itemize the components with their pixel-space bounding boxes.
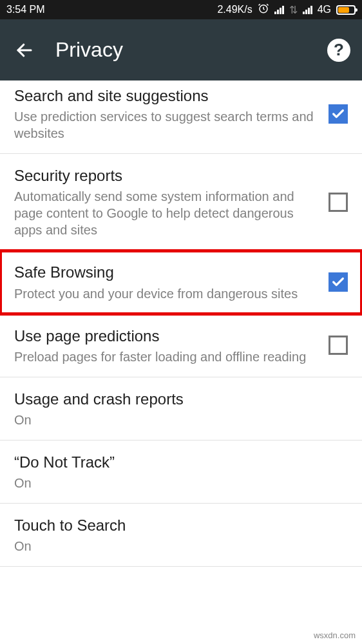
item-text: Safe BrowsingProtect you and your device… [14,262,329,301]
data-arrows-icon: ⇅ [289,4,298,16]
settings-list: Search and site suggestionsUse predictio… [0,80,362,567]
item-title: Search and site suggestions [14,86,316,106]
item-title: Touch to Search [14,515,335,535]
item-title: Use page predictions [14,326,316,346]
item-text: Search and site suggestionsUse predictio… [14,86,329,142]
item-title: Usage and crash reports [14,389,335,409]
item-title: “Do Not Track” [14,452,335,472]
item-text: “Do Not Track”On [14,452,348,491]
settings-item[interactable]: “Do Not Track”On [0,440,362,504]
status-right: 2.49K/s ⇅ 4G [217,3,356,17]
settings-item[interactable]: Usage and crash reportsOn [0,377,362,440]
help-icon: ? [334,40,344,60]
settings-item[interactable]: Touch to SearchOn [0,504,362,567]
checkbox[interactable] [329,272,348,292]
status-bar: 3:54 PM 2.49K/s ⇅ 4G [0,0,362,19]
signal-icon [274,5,284,14]
status-speed: 2.49K/s [217,4,252,15]
back-button[interactable] [12,37,37,63]
item-subtitle: On [14,475,335,491]
settings-item[interactable]: Security reportsAutomatically send some … [0,154,362,251]
item-subtitle: On [14,538,335,554]
item-subtitle: On [14,412,335,428]
check-icon [331,107,345,121]
battery-icon [336,5,356,15]
alarm-icon [258,3,269,17]
status-time: 3:54 PM [6,4,45,15]
app-bar: Privacy ? [0,19,362,80]
item-text: Use page predictionsPreload pages for fa… [14,326,329,365]
item-text: Usage and crash reportsOn [14,389,348,428]
item-subtitle: Automatically send some system informati… [14,188,316,238]
item-subtitle: Protect you and your device from dangero… [14,285,316,302]
item-subtitle: Preload pages for faster loading and off… [14,348,316,365]
settings-item[interactable]: Search and site suggestionsUse predictio… [0,80,362,154]
item-text: Touch to SearchOn [14,515,348,554]
help-button[interactable]: ? [327,39,350,62]
item-title: Security reports [14,166,316,185]
settings-item[interactable]: Safe BrowsingProtect you and your device… [0,251,362,314]
check-icon [331,275,345,289]
page-title: Privacy [55,38,123,62]
checkbox[interactable] [329,193,348,212]
item-text: Security reportsAutomatically send some … [14,166,329,238]
arrow-left-icon [15,41,34,60]
item-subtitle: Use prediction services to suggest searc… [14,108,316,142]
checkbox[interactable] [329,104,348,124]
item-title: Safe Browsing [14,262,316,282]
network-label: 4G [318,4,331,15]
watermark: wsxdn.com [314,630,356,640]
signal-icon-2 [303,5,312,14]
checkbox[interactable] [329,336,348,355]
settings-item[interactable]: Use page predictionsPreload pages for fa… [0,314,362,377]
